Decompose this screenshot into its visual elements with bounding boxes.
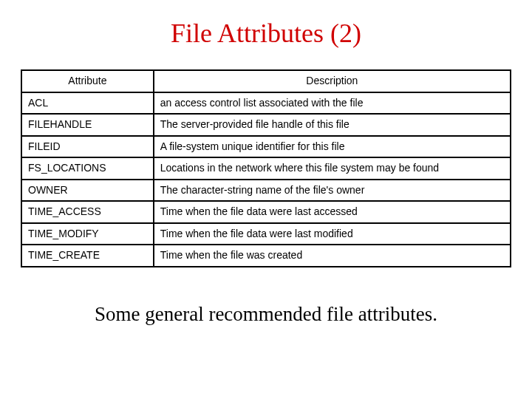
table-row: FILEHANDLE The server-provided file hand… [21,114,511,136]
table-row: TIME_ACCESS Time when the file data were… [21,201,511,223]
desc-cell: The server-provided file handle of this … [154,114,511,136]
table-row: OWNER The character-string name of the f… [21,180,511,202]
table-row: FS_LOCATIONS Locations in the network wh… [21,157,511,180]
attr-cell: TIME_CREATE [21,245,154,267]
desc-cell: Locations in the network where this file… [154,157,511,180]
desc-cell: Time when the file was created [154,245,511,267]
attr-cell: FS_LOCATIONS [21,157,154,180]
desc-cell: an access control list associated with t… [154,92,511,115]
slide: File Attributes (2) Attribute Descriptio… [0,0,532,399]
caption: Some general recommended file attributes… [21,303,511,326]
desc-cell: Time when the file data were last access… [154,201,511,223]
table-header-row: Attribute Description [21,70,511,92]
attr-cell: FILEHANDLE [21,114,154,136]
page-title: File Attributes (2) [21,18,511,49]
desc-cell: Time when the file data were last modifi… [154,223,511,245]
attr-cell: TIME_ACCESS [21,201,154,223]
table-row: FILEID A file-system unique identifier f… [21,136,511,158]
table-row: TIME_CREATE Time when the file was creat… [21,245,511,267]
attr-cell: FILEID [21,136,154,158]
desc-cell: The character-string name of the file's … [154,180,511,202]
col-header-attribute: Attribute [21,70,154,92]
table-row: TIME_MODIFY Time when the file data were… [21,223,511,245]
col-header-description: Description [154,70,511,92]
attr-cell: ACL [21,92,154,115]
attr-cell: TIME_MODIFY [21,223,154,245]
table-row: ACL an access control list associated wi… [21,92,511,115]
attr-cell: OWNER [21,180,154,202]
desc-cell: A file-system unique identifier for this… [154,136,511,158]
attributes-table: Attribute Description ACL an access cont… [21,69,511,267]
